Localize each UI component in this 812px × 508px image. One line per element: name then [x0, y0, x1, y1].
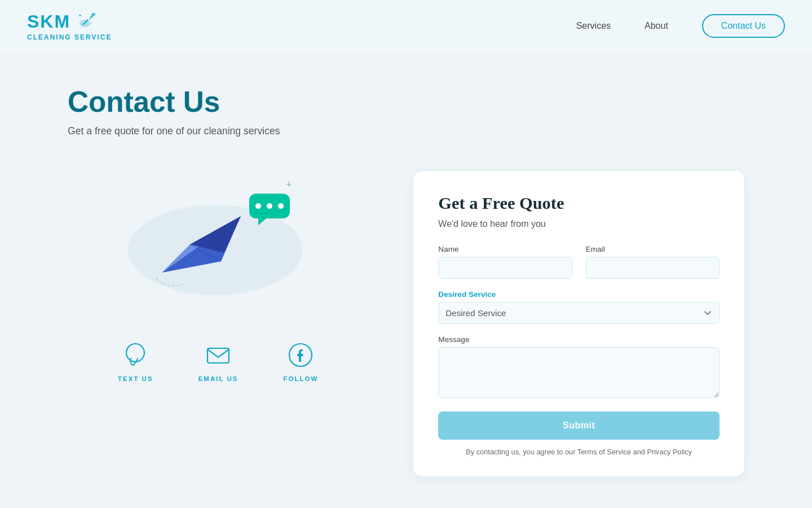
nav-services[interactable]: Services: [576, 21, 611, 31]
desired-service-select[interactable]: Desired Service Residential Cleaning Com…: [438, 302, 720, 324]
form-subtitle: We'd love to hear from you: [438, 219, 720, 229]
svg-rect-16: [208, 348, 229, 363]
illustration: +: [111, 171, 325, 306]
svg-text:+: +: [286, 179, 292, 190]
email-us-label: EMAIL US: [198, 375, 239, 382]
right-column: Get a Free Quote We'd love to hear from …: [413, 171, 744, 476]
nav-about[interactable]: About: [645, 21, 668, 31]
nav-contact-button[interactable]: Contact Us: [702, 14, 785, 38]
logo[interactable]: SKM ✦ + · CLEANING SERVICE: [27, 10, 112, 41]
page-subtitle: Get a free quote for one of our cleaning…: [68, 125, 744, 137]
svg-text:·: ·: [95, 15, 96, 19]
svg-point-15: [126, 344, 144, 362]
left-column: + TEXT US: [68, 171, 368, 382]
email-group: Email: [586, 245, 720, 279]
form-legal-text: By contacting us, you agree to our Terms…: [438, 448, 720, 456]
contact-actions: TEXT US EMAIL US FOLLOW: [118, 340, 318, 382]
desired-service-group: Desired Service Desired Service Resident…: [438, 290, 720, 324]
name-group: Name: [438, 245, 572, 279]
message-label: Message: [438, 335, 720, 344]
message-textarea[interactable]: [438, 347, 720, 398]
message-group: Message: [438, 335, 720, 398]
svg-text:✦: ✦: [79, 13, 82, 18]
desired-service-label: Desired Service: [438, 290, 720, 299]
svg-point-11: [267, 203, 272, 209]
navbar: SKM ✦ + · CLEANING SERVICE Services Abou…: [0, 0, 812, 51]
logo-cleaning: CLEANING SERVICE: [27, 33, 112, 41]
main-content: Contact Us Get a free quote for one of o…: [0, 51, 812, 508]
chat-icon: [121, 340, 150, 370]
page-title: Contact Us: [68, 85, 744, 119]
text-us-action[interactable]: TEXT US: [118, 340, 153, 382]
svg-point-10: [255, 203, 261, 209]
email-us-action[interactable]: EMAIL US: [198, 340, 239, 382]
name-email-row: Name Email: [438, 245, 720, 279]
text-us-label: TEXT US: [118, 375, 153, 382]
svg-point-12: [278, 203, 284, 209]
email-icon: [204, 340, 233, 370]
email-label: Email: [586, 245, 720, 253]
nav-links: Services About Contact Us: [576, 14, 785, 38]
logo-skm: SKM: [27, 12, 70, 30]
follow-label: FOLLOW: [283, 375, 318, 382]
form-card: Get a Free Quote We'd love to hear from …: [413, 171, 744, 476]
email-input[interactable]: [586, 257, 720, 279]
submit-button[interactable]: Submit: [438, 411, 720, 440]
name-input[interactable]: [438, 257, 572, 279]
two-column-layout: + TEXT US: [68, 171, 744, 476]
contact-form: Name Email Desired Service Desired Servi…: [438, 245, 720, 456]
follow-action[interactable]: FOLLOW: [283, 340, 318, 382]
facebook-icon: [286, 340, 315, 370]
name-label: Name: [438, 245, 572, 253]
svg-text:+: +: [91, 21, 92, 25]
logo-icon: ✦ + ·: [75, 10, 98, 32]
form-title: Get a Free Quote: [438, 194, 720, 213]
